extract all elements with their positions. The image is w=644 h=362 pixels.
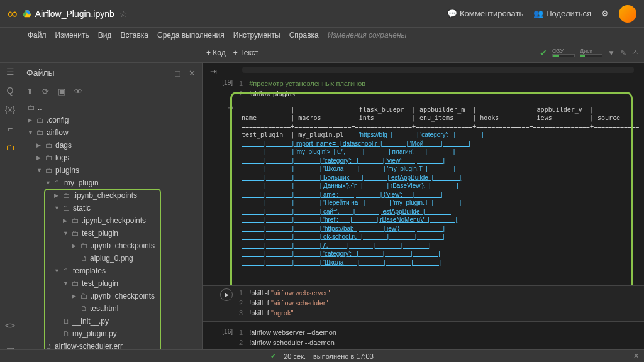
- tree-myplugin[interactable]: ▼🗀my_plugin: [24, 177, 198, 189]
- drive-icon: [23, 9, 31, 18]
- status-check-icon: ✔: [270, 352, 276, 360]
- tree-root[interactable]: 🗀..: [24, 101, 198, 114]
- tree-airflow[interactable]: ▼🗀airflow: [24, 126, 198, 139]
- cell-19-output: ⇥ | | flask_bluepr | appbuilder_m | | ap…: [203, 102, 644, 271]
- refresh-icon[interactable]: ⟳: [42, 87, 49, 96]
- toc-icon[interactable]: ☰: [6, 67, 14, 77]
- files-sidebar: Файлы ◻ ✕ ⬆ ⟳ ▣ 👁 🗀.. ▶🗀.config ▼🗀airflo…: [20, 63, 203, 362]
- menu-runtime[interactable]: Среда выполнения: [157, 31, 225, 40]
- tree-tp2[interactable]: ▼🗀test_plugin: [24, 277, 198, 290]
- saved-status: Изменения сохранены: [328, 31, 407, 40]
- resource-disk[interactable]: Диск: [580, 48, 602, 57]
- menu-bar: Файл Изменить Вид Вставка Среда выполнен…: [0, 28, 644, 43]
- cell-prompt: [19]: [222, 79, 233, 86]
- files-icon[interactable]: 🗀: [6, 142, 14, 152]
- tree-mypluginpy[interactable]: 🗋my_plugin.py: [24, 327, 198, 340]
- more-icon[interactable]: ㅅ: [631, 47, 639, 58]
- add-code-button[interactable]: + Код: [206, 48, 226, 57]
- settings-icon[interactable]: ⚙: [601, 9, 609, 18]
- key-icon[interactable]: ⌐: [8, 123, 13, 133]
- star-icon[interactable]: ☆: [119, 9, 128, 19]
- play-button[interactable]: ▶: [220, 288, 233, 301]
- mount-icon[interactable]: ▣: [58, 87, 65, 96]
- var-icon[interactable]: {x}: [5, 104, 15, 114]
- notebook-area[interactable]: ⇥ [19] 1#просмотр установленных плагинов…: [203, 63, 644, 362]
- tree-config[interactable]: ▶🗀.config: [24, 114, 198, 126]
- upload-icon[interactable]: ⬆: [26, 87, 33, 96]
- sidebar-title: Файлы: [26, 68, 54, 78]
- tree-ck4[interactable]: ▶🗀.ipynb_checkpoints: [24, 290, 198, 302]
- h-scrollbar[interactable]: [242, 67, 634, 73]
- search-icon[interactable]: Q: [7, 85, 14, 96]
- new-window-icon[interactable]: ◻: [174, 69, 181, 78]
- menu-edit[interactable]: Изменить: [55, 31, 89, 40]
- tree-init[interactable]: 🗋__init__.py: [24, 315, 198, 327]
- avatar[interactable]: [619, 5, 636, 23]
- file-tree[interactable]: 🗀.. ▶🗀.config ▼🗀airflow ▶🗀dags ▶🗀logs ▼🗀…: [20, 100, 202, 349]
- tree-static[interactable]: ▼🗀static: [24, 202, 198, 214]
- add-text-button[interactable]: + Текст: [233, 48, 259, 57]
- tree-ck1[interactable]: ▶🗀.ipynb_checkpoints: [24, 189, 198, 202]
- plugin-table-output: | | flask_bluepr | appbuilder_m | | appb…: [236, 103, 639, 270]
- dropdown-icon[interactable]: ▼: [608, 48, 615, 57]
- tree-html[interactable]: 🗋test.html: [24, 302, 198, 315]
- status-time: 20 сек.: [284, 353, 306, 360]
- folder-toggle-icon[interactable]: 👁: [74, 87, 82, 96]
- tree-templates[interactable]: ▼🗀templates: [24, 265, 198, 277]
- tree-sched-err[interactable]: 🗋airflow-scheduler.err: [24, 340, 198, 349]
- close-icon[interactable]: ✕: [189, 69, 196, 78]
- cell-prompt-16: [16]: [222, 328, 233, 335]
- tree-png[interactable]: 🗋aiplug_0.png: [24, 252, 198, 265]
- check-icon: ✔: [540, 48, 547, 58]
- tree-plugins[interactable]: ▼🗀plugins: [24, 164, 198, 177]
- menu-tools[interactable]: Инструменты: [233, 31, 280, 40]
- menu-view[interactable]: Вид: [98, 31, 112, 40]
- menu-insert[interactable]: Вставка: [120, 31, 148, 40]
- left-rail: ☰ Q {x} ⌐ 🗀 <> ▤: [0, 63, 20, 362]
- pencil-icon[interactable]: ✎: [620, 48, 626, 57]
- menu-help[interactable]: Справка: [289, 31, 319, 40]
- tree-tp1[interactable]: ▼🗀test_plugin: [24, 227, 198, 239]
- notebook-title[interactable]: Airflow_Plugin.ipynb: [35, 9, 114, 19]
- colab-logo: ∞: [8, 6, 18, 22]
- resource-ram[interactable]: ОЗУ: [552, 48, 575, 57]
- tree-ck3[interactable]: ▶🗀.ipynb_checkpoints: [24, 239, 198, 252]
- cell-16[interactable]: [16] 1!airflow webserver --daemon 2!airf…: [203, 326, 644, 351]
- tree-logs[interactable]: ▶🗀logs: [24, 151, 198, 164]
- comment-button[interactable]: 💬 Комментировать: [447, 9, 523, 18]
- status-close-icon[interactable]: ✕: [633, 352, 639, 360]
- cell-19[interactable]: [19] 1#просмотр установленных плагинов 2…: [203, 77, 644, 102]
- header: ∞ Airflow_Plugin.ipynb ☆ 💬 Комментироват…: [0, 0, 644, 28]
- tree-dags[interactable]: ▶🗀dags: [24, 139, 198, 151]
- status-completed: выполнено в 17:03: [313, 353, 374, 360]
- code-icon[interactable]: <>: [5, 321, 15, 331]
- run-all-icon[interactable]: ⇥: [210, 67, 217, 76]
- cell-kill[interactable]: ▶ 1!pkill -f "airflow webserver" 2!pkill…: [203, 285, 644, 322]
- status-bar: ✔ 20 сек. выполнено в 17:03 ✕: [0, 349, 644, 362]
- tree-ck2[interactable]: ▶🗀.ipynb_checkpoints: [24, 214, 198, 227]
- share-button[interactable]: 👥 Поделиться: [533, 9, 591, 18]
- output-toggle-icon[interactable]: ⇥: [228, 104, 233, 111]
- menu-file[interactable]: Файл: [28, 31, 47, 40]
- notebook-toolbar: + Код + Текст ✔ ОЗУ Диск ▼ ✎ ㅅ: [0, 43, 644, 63]
